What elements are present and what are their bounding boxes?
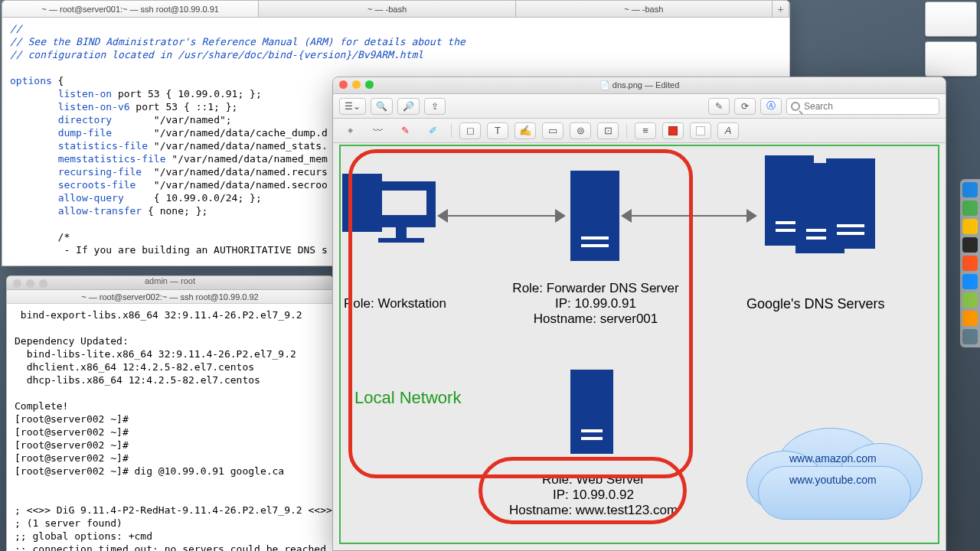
preview-window: 📄 dns.png — Edited ☰⌄ 🔍 🔎 ⇪ ✎ ⟳ Ⓐ ⌖ 〰 ✎ … (332, 77, 946, 551)
zoom-out-button[interactable]: 🔍 (371, 98, 393, 115)
sign-button[interactable]: ✍ (514, 122, 536, 139)
terminal-window-bottom: admin — root ~ — root@server002:~ — ssh … (6, 276, 334, 551)
terminal-tab[interactable]: ~ — root@server001:~ — ssh root@10.99.0.… (2, 1, 259, 17)
highlight-button[interactable]: ✎ (708, 98, 730, 115)
sidebar-view-button[interactable]: ☰⌄ (339, 98, 366, 115)
terminal-tabbar: ~ — root@server001:~ — ssh root@10.99.0.… (2, 1, 789, 18)
dock-app[interactable] (962, 311, 978, 326)
search-icon (791, 102, 800, 111)
terminal-title: admin — root (7, 276, 333, 289)
dock-app[interactable] (962, 219, 978, 234)
dock-app[interactable] (962, 292, 978, 308)
fill-color-button[interactable] (690, 122, 711, 139)
zoom-in-button[interactable]: 🔎 (397, 98, 420, 115)
draw-tool[interactable]: ✐ (422, 122, 443, 139)
rotate-button[interactable]: ⟳ (734, 98, 756, 115)
close-icon[interactable] (339, 80, 348, 89)
selection-tool[interactable]: ⌖ (339, 122, 361, 139)
stroke-color-button[interactable] (662, 122, 684, 139)
preview-titlebar[interactable]: 📄 dns.png — Edited (333, 77, 946, 94)
dock-app[interactable] (962, 274, 978, 289)
text-button[interactable]: T (487, 122, 508, 139)
minimize-icon[interactable] (352, 80, 361, 89)
terminal-tab[interactable]: ~ — -bash (516, 1, 773, 17)
lasso-tool[interactable]: 〰 (367, 122, 388, 139)
terminal-tab[interactable]: ~ — -bash (259, 1, 515, 17)
cloud-label: www.amazon.com (789, 452, 877, 465)
new-tab-button[interactable]: + (773, 1, 789, 17)
dock-app[interactable] (962, 329, 978, 344)
terminal-subtitle: ~ — root@server002:~ — ssh root@10.99.0.… (7, 290, 333, 304)
sketch-tool[interactable]: ✎ (394, 122, 416, 139)
cloud-label: www.youtube.com (789, 474, 877, 486)
line-style-button[interactable]: ≡ (635, 122, 656, 139)
annotation-stroke (479, 457, 687, 524)
markup-toolbar: ⌖ 〰 ✎ ✐ ◻ T ✍ ▭ ⊚ ⊡ ≡ A (333, 119, 946, 143)
loupe-button[interactable]: ⊚ (570, 122, 591, 139)
terminal-content[interactable]: bind-export-libs.x86_64 32:9.11.4-26.P2.… (7, 304, 333, 551)
dock-app[interactable] (962, 256, 978, 271)
dock-app[interactable] (962, 237, 978, 253)
share-button[interactable]: ⇪ (424, 98, 446, 115)
shapes-button[interactable]: ◻ (459, 122, 481, 139)
dock-app[interactable] (962, 182, 978, 197)
desktop-file-thumb[interactable] (925, 2, 977, 37)
font-button[interactable]: A (717, 122, 739, 139)
dock-app[interactable] (962, 201, 978, 216)
preview-title: dns.png — Edited (612, 80, 679, 90)
google-dns-label: Google's DNS Servers (746, 296, 885, 312)
cloud-icon: www.amazon.com www.youtube.com (746, 412, 923, 520)
note-button[interactable]: ▭ (542, 122, 564, 139)
desktop-file-thumb[interactable] (925, 41, 977, 77)
server-icon (826, 158, 875, 249)
preview-toolbar: ☰⌄ 🔍 🔎 ⇪ ✎ ⟳ Ⓐ (333, 94, 946, 119)
terminal-titlebar: admin — root (7, 276, 333, 290)
crop-button[interactable]: ⊡ (597, 122, 619, 139)
zoom-icon[interactable] (365, 80, 374, 89)
annotation-stroke (348, 149, 693, 478)
image-canvas[interactable]: Role: Workstation Role: Forwarder DNS Se… (339, 145, 939, 544)
dock (960, 179, 980, 347)
markup-toggle[interactable]: Ⓐ (760, 98, 782, 115)
search-input[interactable] (786, 98, 939, 115)
